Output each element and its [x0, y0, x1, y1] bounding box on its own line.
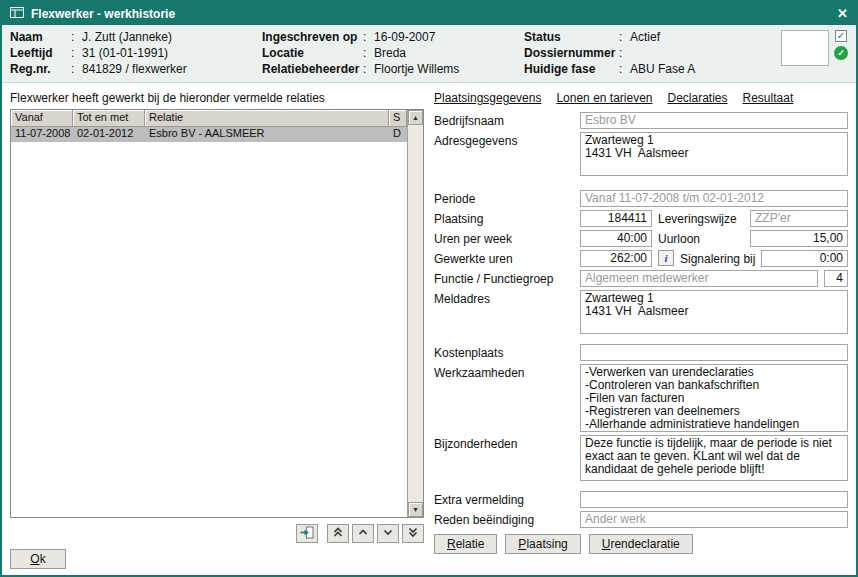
- flag-checkbox[interactable]: ✓: [835, 30, 847, 42]
- form-spacer: [434, 179, 848, 187]
- column-header-tot-en-met[interactable]: Tot en met: [73, 110, 145, 127]
- label-reden-beeindiging: Reden beëindiging: [434, 511, 580, 527]
- tab-lonen-en-tarieven[interactable]: Lonen en tarieven: [556, 91, 652, 105]
- label-adresgegevens: Adresgegevens: [434, 132, 580, 148]
- extra-vermelding-field[interactable]: [580, 491, 848, 508]
- label-periode: Periode: [434, 190, 580, 206]
- label-uurloon: Uurloon: [658, 230, 744, 246]
- functie-field[interactable]: Algemeen medewerker: [580, 270, 818, 287]
- huidige-fase-value: ABU Fase A: [630, 62, 738, 76]
- field-label: Leeftijd: [10, 46, 68, 60]
- chevron-double-down-icon: [407, 526, 419, 541]
- field-label: Naam: [10, 30, 68, 44]
- form-spacer: [434, 337, 848, 341]
- label-bedrijfsnaam: Bedrijfsnaam: [434, 112, 580, 128]
- kostenplaats-field[interactable]: [580, 344, 848, 361]
- info-icon[interactable]: i: [658, 250, 674, 266]
- label-gewerkte-uren: Gewerkte uren: [434, 250, 580, 266]
- previous-record-button[interactable]: [352, 524, 374, 543]
- status-ok-icon: ✓: [834, 46, 848, 60]
- naam-value: J. Zutt (Janneke): [82, 30, 262, 44]
- dossiernummer-value: [630, 46, 738, 60]
- adresgegevens-field[interactable]: Zwarteweg 1 1431 VH Aalsmeer: [580, 132, 848, 176]
- header-column-3: Status:Actief Dossiernummer: Huidige fas…: [524, 30, 738, 76]
- separator: :: [619, 30, 627, 44]
- field-label: Reg.nr.: [10, 62, 68, 76]
- ingeschreven-op-value: 16-09-2007: [374, 30, 524, 44]
- plaatsing-field[interactable]: 184411: [580, 210, 652, 227]
- leveringswijze-field[interactable]: ZZP'er: [750, 210, 848, 227]
- chevron-up-icon: [357, 526, 369, 541]
- last-record-button[interactable]: [402, 524, 424, 543]
- separator: :: [71, 62, 79, 76]
- header-column-2: Ingeschreven op:16-09-2007 Locatie:Breda…: [262, 30, 524, 76]
- next-record-button[interactable]: [377, 524, 399, 543]
- label-meldadres: Meldadres: [434, 290, 580, 306]
- form-spacer: [434, 484, 848, 488]
- locatie-value: Breda: [374, 46, 524, 60]
- header-right: ✓ ✓: [781, 30, 848, 76]
- bedrijfsnaam-field[interactable]: Esbro BV: [580, 112, 848, 129]
- meldadres-field[interactable]: Zwarteweg 1 1431 VH Aalsmeer: [580, 290, 848, 334]
- scroll-track[interactable]: [408, 125, 423, 502]
- field-label: Ingeschreven op: [262, 30, 360, 44]
- reden-beeindiging-field[interactable]: Ander werk: [580, 511, 848, 528]
- placement-panel: Plaatsingsgegevens Lonen en tarieven Dec…: [434, 91, 848, 547]
- goto-record-button[interactable]: [296, 524, 318, 543]
- label-plaatsing: Plaatsing: [434, 210, 580, 226]
- window-form-icon: [10, 7, 24, 21]
- field-label: Relatiebeheerder: [262, 62, 360, 76]
- separator: :: [71, 30, 79, 44]
- table-body[interactable]: 11-07-2008 02-01-2012 Esbro BV - AALSMEE…: [11, 127, 407, 142]
- list-caption: Flexwerker heeft gewerkt bij de hieronde…: [10, 91, 424, 105]
- first-record-button[interactable]: [327, 524, 349, 543]
- regnr-value: 841829 / flexwerker: [82, 62, 262, 76]
- column-header-vanaf[interactable]: Vanaf: [11, 110, 73, 127]
- separator: :: [363, 46, 371, 60]
- periode-field[interactable]: Vanaf 11-07-2008 t/m 02-01-2012: [580, 190, 848, 207]
- vertical-scrollbar[interactable]: ▲ ▼: [407, 110, 423, 517]
- cell-s: D: [389, 127, 407, 142]
- scroll-up-icon[interactable]: ▲: [408, 110, 423, 125]
- main-area: Flexwerker heeft gewerkt bij de hieronde…: [2, 83, 856, 547]
- label-functie-functiegroep: Functie / Functiegroep: [434, 270, 580, 286]
- relations-panel: Flexwerker heeft gewerkt bij de hieronde…: [10, 91, 424, 547]
- label-extra-vermelding: Extra vermelding: [434, 491, 580, 507]
- uurloon-field[interactable]: 15,00: [750, 230, 848, 247]
- placement-form: Bedrijfsnaam Esbro BV Adresgegevens Zwar…: [434, 112, 848, 528]
- separator: :: [619, 62, 627, 76]
- table-row[interactable]: 11-07-2008 02-01-2012 Esbro BV - AALSMEE…: [11, 127, 407, 142]
- uren-per-week-field[interactable]: 40:00: [580, 230, 652, 247]
- record-navigation: [10, 518, 424, 547]
- dialog-footer: Ok: [2, 547, 856, 575]
- chevron-down-icon: [382, 526, 394, 541]
- scroll-down-icon[interactable]: ▼: [408, 502, 423, 517]
- label-uren-per-week: Uren per week: [434, 230, 580, 246]
- tab-bar: Plaatsingsgegevens Lonen en tarieven Dec…: [434, 91, 848, 105]
- cell-tot-en-met: 02-01-2012: [73, 127, 145, 142]
- separator: :: [363, 30, 371, 44]
- cell-relatie: Esbro BV - AALSMEER: [145, 127, 389, 142]
- chevron-double-up-icon: [332, 526, 344, 541]
- tab-declaraties[interactable]: Declaraties: [668, 91, 728, 105]
- signalering-bij-field[interactable]: 0:00: [761, 250, 848, 267]
- close-icon[interactable]: ✕: [837, 6, 848, 21]
- ok-button[interactable]: Ok: [10, 549, 66, 569]
- separator: :: [619, 46, 627, 60]
- titlebar[interactable]: Flexwerker - werkhistorie ✕: [2, 2, 856, 25]
- functiegroep-field[interactable]: 4: [824, 270, 848, 287]
- separator: :: [363, 62, 371, 76]
- werkzaamheden-field[interactable]: -Verwerken van urendeclaraties -Controle…: [580, 364, 848, 432]
- column-header-s[interactable]: S: [389, 110, 407, 127]
- label-kostenplaats: Kostenplaats: [434, 344, 580, 360]
- dialog-flexwerker-werkhistorie: Flexwerker - werkhistorie ✕ Naam:J. Zutt…: [0, 0, 858, 577]
- bijzonderheden-field[interactable]: Deze functie is tijdelijk, maar de perio…: [580, 435, 848, 481]
- label-signalering-bij: Signalering bij: [680, 250, 755, 266]
- tab-plaatsingsgegevens[interactable]: Plaatsingsgegevens: [434, 91, 541, 105]
- cell-vanaf: 11-07-2008: [11, 127, 73, 142]
- tab-resultaat[interactable]: Resultaat: [743, 91, 794, 105]
- column-header-relatie[interactable]: Relatie: [145, 110, 389, 127]
- label-leveringswijze: Leveringswijze: [658, 210, 744, 226]
- gewerkte-uren-field[interactable]: 262:00: [580, 250, 652, 267]
- person-info-header: Naam:J. Zutt (Janneke) Leeftijd:31 (01-0…: [2, 25, 856, 83]
